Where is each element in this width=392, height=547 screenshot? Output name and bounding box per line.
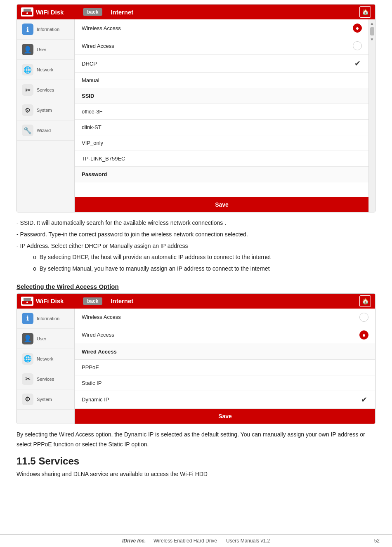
bullet-dhcp: o By selecting DHCP, the host will provi…: [33, 252, 375, 262]
dlinkst-label-1: dlink-ST: [82, 124, 362, 130]
row-staticip-2[interactable]: Static IP: [75, 375, 375, 391]
sidebar-item-network-2[interactable]: 🌐 Network: [17, 349, 74, 369]
sidebar-item-information-2[interactable]: ℹ Information: [17, 309, 74, 329]
chapter-number: 11.5: [17, 455, 36, 467]
sidebar-item-services-1[interactable]: ✂ Services: [17, 80, 74, 100]
row-wireless-access-2[interactable]: Wireless Access: [75, 309, 375, 326]
save-button-2[interactable]: Save: [75, 409, 375, 424]
bullet-manual-text: By selecting Manual, you have to manuall…: [40, 264, 270, 274]
page-footer: IDrive Inc. – Wireless Enabled Hard Driv…: [0, 534, 392, 547]
password-field-1[interactable]: [82, 186, 362, 193]
sidebar-item-user-2[interactable]: 👤 User: [17, 329, 74, 349]
row-dynamicip-2[interactable]: Dynamic IP ✔: [75, 391, 375, 409]
scroll-down-1[interactable]: ▼: [370, 37, 374, 42]
sidebar-label-user-2: User: [37, 336, 46, 341]
sidebar-item-services-2[interactable]: ✂ Services: [17, 369, 74, 389]
indent-list-1: o By selecting DHCP, the host will provi…: [33, 252, 375, 274]
device-header-2: WiFi Disk back Internet 🏠: [17, 294, 375, 309]
footer-page-num: 52: [374, 538, 380, 544]
row-password-input-1[interactable]: [75, 182, 368, 197]
svg-point-5: [26, 302, 28, 303]
row-dhcp-1[interactable]: DHCP ✔: [75, 55, 368, 73]
sidebar-item-network-1[interactable]: 🌐 Network: [17, 60, 74, 80]
network-icon-2: 🌐: [22, 353, 33, 365]
sidebar-item-system-2[interactable]: ⚙ System: [17, 389, 74, 410]
home-button-1[interactable]: 🏠: [359, 6, 371, 18]
save-button-1[interactable]: Save: [75, 197, 368, 212]
sidebar-item-system-1[interactable]: ⚙ System: [17, 100, 74, 120]
sidebar-label-wizard-1: Wizard: [37, 128, 51, 133]
wired-access-check-2[interactable]: ●: [359, 330, 368, 340]
bullet-icon-2: o: [33, 264, 36, 274]
sidebar-label-information-2: Information: [37, 316, 59, 321]
network-icon-1: 🌐: [22, 64, 33, 75]
scroll-thumb-1[interactable]: [370, 27, 374, 35]
text-line-ssid: - SSID. It will automatically search for…: [17, 218, 375, 228]
sidebar-item-information-1[interactable]: ℹ Information: [17, 19, 74, 40]
svg-rect-1: [24, 9, 31, 12]
back-button-1[interactable]: back: [83, 8, 102, 16]
scroll-indicator-1[interactable]: ▲ ▼: [368, 19, 375, 212]
tplink-label-1: TP-LINK_B759EC: [82, 156, 362, 162]
chapter-title: 11.5 Services: [0, 451, 392, 469]
row-wired-access-2[interactable]: Wired Access ●: [75, 326, 375, 344]
sidebar-2: ℹ Information 👤 User 🌐 Network ✂ Service…: [17, 309, 75, 424]
sidebar-label-services-2: Services: [37, 377, 54, 382]
logo-area-2: WiFi Disk: [21, 297, 79, 306]
sidebar-item-wizard-1[interactable]: 🔧 Wizard: [17, 120, 74, 141]
row-tplink-1[interactable]: TP-LINK_B759EC: [75, 151, 368, 167]
sidebar-label-system-1: System: [37, 108, 52, 113]
text-line-password: - Password. Type-in the correct password…: [17, 230, 375, 240]
footer-dash: –: [148, 538, 151, 544]
row-manual-1[interactable]: Manual: [75, 73, 368, 88]
device-body-2: ℹ Information 👤 User 🌐 Network ✂ Service…: [17, 309, 375, 424]
dhcp-check-1[interactable]: ✔: [353, 59, 362, 68]
svg-rect-4: [24, 298, 31, 301]
dhcp-label-1: DHCP: [82, 61, 353, 67]
app-name-2: WiFi Disk: [36, 297, 64, 304]
device-body-1: ℹ Information 👤 User 🌐 Network ✂ Service…: [17, 19, 375, 212]
wizard-icon-1: 🔧: [22, 125, 33, 136]
services-icon-1: ✂: [22, 84, 33, 96]
main-content-2: Wireless Access Wired Access ● Wired Acc…: [75, 309, 375, 424]
wireless-access-label-1: Wireless Access: [82, 25, 353, 31]
sidebar-1: ℹ Information 👤 User 🌐 Network ✂ Service…: [17, 19, 75, 212]
row-pppoe-2[interactable]: PPPoE: [75, 360, 375, 375]
wireless-access-label-2: Wireless Access: [82, 314, 359, 320]
app-name-1: WiFi Disk: [36, 9, 64, 16]
footer-product: Wireless Enabled Hard Drive: [153, 538, 217, 544]
dynamicip-check-2[interactable]: ✔: [359, 395, 368, 404]
viponly-label-1: VIP_only: [82, 140, 362, 146]
sidebar-label-network-1: Network: [37, 67, 53, 72]
sidebar-item-user-1[interactable]: 👤 User: [17, 40, 74, 60]
home-button-2[interactable]: 🏠: [359, 295, 371, 307]
wired-access-label-2: Wired Access: [82, 332, 359, 338]
section-heading-wired: Selecting the Wired Access Option: [0, 276, 392, 293]
dynamicip-label-2: Dynamic IP: [82, 396, 359, 403]
system-icon-1: ⚙: [22, 104, 33, 116]
back-button-2[interactable]: back: [83, 297, 102, 305]
svg-point-2: [26, 12, 28, 14]
page-title-1: Internet: [106, 5, 359, 19]
info-icon-1: ℹ: [22, 24, 33, 35]
row-office3f-1[interactable]: office-3F: [75, 104, 368, 120]
password-header-label-1: Password: [82, 171, 362, 177]
office3f-label-1: office-3F: [82, 108, 362, 115]
row-wired-access-1[interactable]: Wired Access: [75, 37, 368, 55]
chapter-desc: Windows sharing and DLNA service are ava…: [0, 469, 392, 483]
footer-manual: Users Manuals v1.2: [226, 538, 270, 544]
row-dlinkst-1[interactable]: dlink-ST: [75, 120, 368, 135]
scroll-up-1[interactable]: ▲: [370, 21, 374, 26]
row-password-header-1: Password: [75, 167, 368, 182]
wired-access-header-label-2: Wired Access: [82, 349, 368, 355]
wireless-access-check-2[interactable]: [359, 313, 368, 322]
row-viponly-1[interactable]: VIP_only: [75, 135, 368, 151]
row-wireless-access-1[interactable]: Wireless Access ●: [75, 19, 368, 37]
wired-access-check-1[interactable]: [353, 41, 362, 50]
info-icon-2: ℹ: [22, 313, 33, 324]
wireless-access-check-1[interactable]: ●: [353, 24, 362, 33]
text-section-1: - SSID. It will automatically search for…: [0, 212, 392, 274]
user-icon-2: 👤: [22, 333, 33, 344]
chapter-name: Services: [38, 455, 79, 467]
staticip-label-2: Static IP: [82, 380, 368, 386]
